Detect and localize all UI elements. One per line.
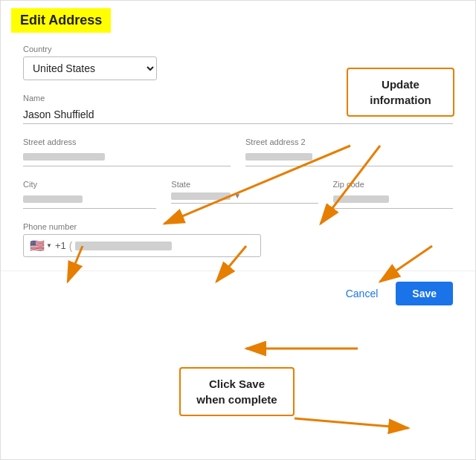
footer-row: Cancel Save — [1, 271, 475, 316]
state-col: State ▼ — [171, 180, 318, 209]
state-label: State — [171, 180, 318, 189]
flag-caret-icon: ▼ — [46, 242, 52, 249]
flag-selector[interactable]: 🇺🇸 ▼ — [30, 239, 52, 253]
us-flag-icon: 🇺🇸 — [30, 239, 45, 253]
phone-masked — [75, 242, 172, 250]
click-save-callout: Click Savewhen complete — [179, 367, 295, 416]
street2-col: Street address 2 — [245, 137, 453, 166]
cancel-button[interactable]: Cancel — [337, 282, 387, 305]
city-col: City — [23, 180, 156, 209]
street-row: Street address Street address 2 — [23, 137, 453, 166]
zip-col: Zip code — [333, 180, 453, 209]
page-title: Edit Address — [11, 8, 111, 33]
street1-col: Street address — [23, 137, 231, 166]
zip-label: Zip code — [333, 180, 453, 189]
phone-row: 🇺🇸 ▼ +1 ( — [23, 234, 261, 257]
phone-label: Phone number — [23, 222, 453, 231]
page-container: Edit Address Country United States Name … — [0, 0, 476, 460]
street1-label: Street address — [23, 137, 231, 146]
country-label: Country — [23, 45, 453, 54]
country-code: +1 — [55, 240, 66, 251]
phone-group: Phone number 🇺🇸 ▼ +1 ( — [23, 222, 453, 257]
update-information-callout: Updateinformation — [347, 68, 454, 117]
svg-line-7 — [295, 418, 408, 428]
save-button[interactable]: Save — [396, 282, 453, 305]
city-label: City — [23, 180, 156, 189]
street2-label: Street address 2 — [245, 137, 453, 146]
city-state-zip-row: City State ▼ Zip code — [23, 180, 453, 209]
phone-paren: ( — [69, 240, 73, 252]
country-select[interactable]: United States — [23, 56, 157, 80]
